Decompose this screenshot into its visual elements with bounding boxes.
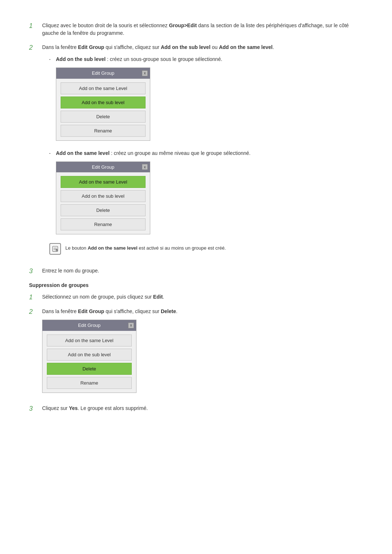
note-icon	[49, 243, 61, 255]
dialog-close-1[interactable]: x	[142, 70, 148, 76]
dialog-box-2: Edit Group x Add on the same Level Add o…	[56, 161, 150, 235]
dialog-titlebar-1: Edit Group x	[56, 68, 150, 79]
btn-delete-3[interactable]: Delete	[47, 363, 132, 375]
btn-rename-2[interactable]: Rename	[61, 218, 146, 230]
dialog-titlebar-3: Edit Group x	[42, 320, 136, 331]
dialog-close-3[interactable]: x	[128, 323, 134, 328]
dialog-wrapper-3: Edit Group x Add on the same Level Add o…	[42, 320, 363, 393]
btn-rename-3[interactable]: Rename	[47, 377, 132, 389]
btn-add-sub-level-2[interactable]: Add on the sub level	[61, 190, 146, 202]
bullet-list-1: • Add on the sub level : créez un sous-g…	[49, 56, 363, 239]
btn-delete-2[interactable]: Delete	[61, 204, 146, 216]
dialog-body-3: Add on the same Level Add on the sub lev…	[42, 331, 136, 393]
step-number-3: 3	[29, 267, 42, 275]
step-s2-1: 1 Sélectionnez un nom de groupe, puis cl…	[29, 293, 363, 301]
dialog-wrapper-2: Edit Group x Add on the same Level Add o…	[56, 161, 363, 235]
dialog-titlebar-2: Edit Group x	[56, 162, 150, 173]
btn-add-sub-level-1[interactable]: Add on the sub level	[61, 97, 146, 108]
btn-add-same-level-1[interactable]: Add on the same Level	[61, 82, 146, 94]
note-box: Le bouton Add on the same level est acti…	[49, 243, 363, 255]
section-heading: Suppression de groupes	[29, 282, 363, 288]
step-number-1: 1	[29, 22, 42, 30]
btn-rename-1[interactable]: Rename	[61, 125, 146, 137]
dialog-title-2: Edit Group	[92, 164, 114, 170]
step-1-text: Cliquez avec le bouton droit de la souri…	[42, 22, 363, 37]
dialog-wrapper-1: Edit Group x Add on the same Level Add o…	[56, 67, 363, 141]
step-s2-number-2: 2	[29, 308, 42, 316]
bullet-text-2: Add on the same level : créez un groupe …	[56, 149, 363, 240]
bullet-item-1: • Add on the sub level : créez un sous-g…	[49, 56, 363, 146]
step-2-text: Dans la fenêtre Edit Group qui s'affiche…	[42, 44, 363, 260]
step-2: 2 Dans la fenêtre Edit Group qui s'affic…	[29, 44, 363, 260]
dialog-title-3: Edit Group	[78, 323, 101, 328]
btn-delete-1[interactable]: Delete	[61, 111, 146, 123]
bullet-text-1: Add on the sub level : créez un sous-gro…	[56, 56, 363, 146]
step-s2-2: 2 Dans la fenêtre Edit Group qui s'affic…	[29, 308, 363, 398]
step-1: 1 Cliquez avec le bouton droit de la sou…	[29, 22, 363, 37]
btn-add-same-level-2[interactable]: Add on the same Level	[61, 176, 146, 188]
dialog-close-2[interactable]: x	[142, 164, 148, 170]
btn-add-sub-level-3[interactable]: Add on the sub level	[47, 349, 132, 361]
dialog-box-1: Edit Group x Add on the same Level Add o…	[56, 67, 150, 141]
step-s2-3-text: Cliquez sur Yes. Le groupe est alors sup…	[42, 405, 363, 412]
step-s2-3: 3 Cliquez sur Yes. Le groupe est alors s…	[29, 405, 363, 413]
dialog-box-3: Edit Group x Add on the same Level Add o…	[42, 320, 136, 393]
step-s2-2-text: Dans la fenêtre Edit Group qui s'affiche…	[42, 308, 363, 398]
step-number-2: 2	[29, 44, 42, 52]
dialog-title-1: Edit Group	[92, 70, 114, 76]
dialog-body-2: Add on the same Level Add on the sub lev…	[56, 172, 150, 234]
btn-add-same-level-3[interactable]: Add on the same Level	[47, 335, 132, 346]
step-3-text: Entrez le nom du groupe.	[42, 267, 363, 275]
step-s2-1-text: Sélectionnez un nom de groupe, puis cliq…	[42, 293, 363, 301]
bullet-dot-2: •	[49, 151, 56, 156]
bullet-dot-1: •	[49, 57, 56, 62]
step-3: 3 Entrez le nom du groupe.	[29, 267, 363, 275]
step-s2-number-3: 3	[29, 405, 42, 413]
bullet-item-2: • Add on the same level : créez un group…	[49, 149, 363, 240]
note-text: Le bouton Add on the same level est acti…	[65, 243, 226, 252]
step-s2-number-1: 1	[29, 293, 42, 301]
dialog-body-1: Add on the same Level Add on the sub lev…	[56, 79, 150, 140]
